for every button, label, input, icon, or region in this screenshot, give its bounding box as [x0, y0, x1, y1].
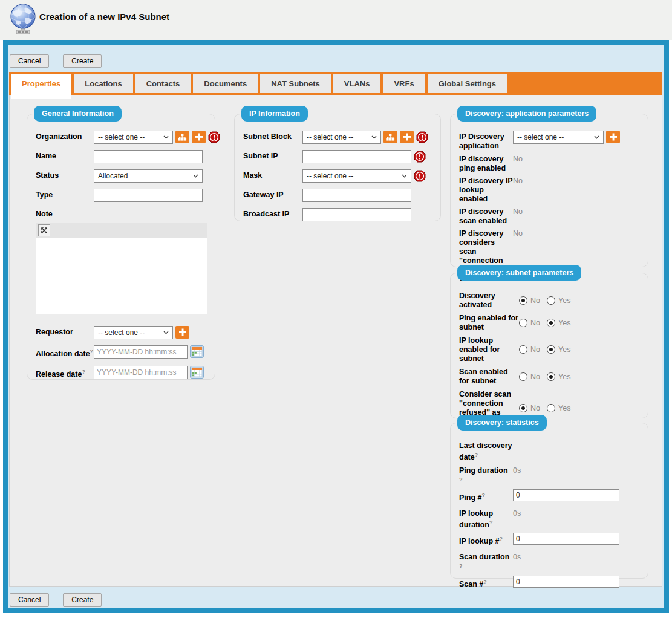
- field-scan-duration: Scan duration ? 0s: [459, 551, 642, 573]
- chevron-down-icon: [163, 331, 169, 334]
- create-button-bottom[interactable]: Create: [63, 593, 102, 607]
- plus-icon: [178, 328, 187, 336]
- section-discovery-statistics: Discovery: statistics Last discovery dat…: [450, 423, 648, 579]
- scan-enabled-radio-no[interactable]: [519, 372, 527, 381]
- add-requestor-button[interactable]: [175, 326, 189, 339]
- help-hint: ?: [499, 536, 503, 542]
- field-broadcast-ip: Broadcast IP: [243, 208, 434, 221]
- field-status: Status Allocated: [36, 169, 209, 183]
- discovery-activated-radio-yes[interactable]: [547, 296, 555, 305]
- status-label: Status: [36, 169, 94, 183]
- radio-no-label: No: [530, 404, 540, 412]
- lookup-enabled-radio-no[interactable]: [519, 345, 527, 354]
- add-subnet-block-button[interactable]: [400, 131, 414, 143]
- discovery-activated-label: Discovery activated: [459, 290, 519, 310]
- gateway-ip-label: Gateway IP: [243, 189, 302, 202]
- radio-no-label: No: [530, 296, 540, 305]
- gateway-ip-input[interactable]: [302, 189, 411, 202]
- tab-vlans[interactable]: VLANs: [333, 74, 381, 93]
- lookup-enabled-radio-yes[interactable]: [547, 345, 555, 354]
- status-select[interactable]: Allocated: [94, 169, 203, 183]
- field-subnet-block: Subnet Block -- select one --: [243, 131, 434, 144]
- ip-discovery-lookup-enabled-label: IP discovery IP lookup enabled: [459, 175, 513, 204]
- tab-global-settings[interactable]: Global Settings: [428, 74, 507, 93]
- radio-no-label: No: [530, 372, 540, 381]
- ip-discovery-application-select[interactable]: -- select one --: [513, 131, 604, 144]
- field-discovery-activated: Discovery activated No Yes: [459, 290, 642, 310]
- ip-discovery-application-label: IP Discovery application: [459, 131, 513, 151]
- section-discovery-subnet-parameters: Discovery: subnet parameters Discovery a…: [450, 273, 648, 418]
- note-expand-button[interactable]: [38, 224, 50, 236]
- lookup-enabled-subnet-label: IP lookup enabled for subnet: [459, 334, 519, 363]
- help-hint: ?: [489, 519, 493, 525]
- allocation-date-input[interactable]: [94, 345, 188, 359]
- radio-no-label: No: [530, 345, 540, 354]
- tab-documents[interactable]: Documents: [193, 74, 258, 93]
- ping-enabled-radio-no[interactable]: [519, 319, 527, 327]
- help-hint: ?: [90, 348, 94, 354]
- subnet-block-tree-button[interactable]: [383, 131, 397, 143]
- plus-icon: [195, 133, 203, 141]
- lookup-count-label: IP lookup #?: [459, 533, 513, 546]
- help-hint: ?: [82, 369, 85, 375]
- subnet-ip-input[interactable]: [302, 150, 411, 163]
- cancel-button[interactable]: Cancel: [10, 54, 49, 68]
- broadcast-ip-input[interactable]: [302, 208, 411, 221]
- tab-locations[interactable]: Locations: [74, 74, 132, 93]
- mask-select-value: -- select one --: [307, 172, 353, 180]
- organization-tree-button[interactable]: [175, 131, 189, 143]
- tab-properties[interactable]: Properties: [11, 74, 71, 99]
- consider-refused-radio-no[interactable]: [519, 404, 527, 412]
- type-label: Type: [36, 189, 94, 202]
- ping-enabled-subnet-radio-group: No Yes: [519, 312, 577, 332]
- release-date-input[interactable]: [94, 366, 188, 379]
- mask-label: Mask: [243, 169, 302, 183]
- add-discovery-application-button[interactable]: [606, 131, 620, 143]
- tab-content-properties: General Information Organization -- sele…: [9, 95, 662, 587]
- consider-refused-radio-yes[interactable]: [547, 404, 555, 412]
- allocation-date-label: Allocation date?: [36, 345, 94, 359]
- field-ip-discovery-ping-enabled: IP discovery ping enabled No: [459, 153, 642, 173]
- ping-count-input[interactable]: [513, 489, 619, 501]
- section-legend-ip-information: IP Information: [241, 106, 308, 122]
- tab-vrfs[interactable]: VRFs: [383, 74, 425, 93]
- note-textarea[interactable]: [36, 238, 207, 314]
- tab-contacts[interactable]: Contacts: [135, 74, 191, 93]
- ip-discovery-lookup-enabled-value: No: [513, 175, 523, 204]
- ip-discovery-ping-enabled-label: IP discovery ping enabled: [459, 153, 513, 173]
- chevron-down-icon: [594, 135, 599, 139]
- field-type: Type: [36, 189, 209, 202]
- field-organization: Organization -- select one --: [36, 131, 209, 144]
- bottom-toolbar: Cancel Create: [10, 593, 102, 607]
- requestor-select[interactable]: -- select one --: [94, 326, 173, 339]
- help-hint: ?: [459, 477, 463, 483]
- cancel-button-bottom[interactable]: Cancel: [10, 593, 49, 607]
- mask-select[interactable]: -- select one --: [302, 169, 411, 183]
- note-label: Note: [36, 208, 94, 219]
- chevron-down-icon: [193, 174, 198, 178]
- scan-count-label: Scan #?: [459, 576, 513, 589]
- release-date-calendar-button[interactable]: [190, 366, 204, 379]
- subnet-block-select[interactable]: -- select one --: [302, 131, 381, 144]
- name-input[interactable]: [94, 150, 203, 163]
- type-input[interactable]: [94, 189, 203, 202]
- subnet-block-label: Subnet Block: [243, 131, 302, 144]
- last-discovery-date-label: Last discovery date?: [459, 440, 513, 462]
- radio-yes-label: Yes: [558, 404, 570, 412]
- section-discovery-application-parameters: Discovery: application parameters IP Dis…: [450, 114, 648, 267]
- required-alert-icon: [414, 170, 426, 182]
- ping-enabled-radio-yes[interactable]: [547, 319, 555, 327]
- create-button[interactable]: Create: [63, 54, 102, 68]
- section-legend-general-information: General Information: [34, 106, 122, 122]
- add-organization-button[interactable]: [192, 131, 206, 143]
- organization-select[interactable]: -- select one --: [94, 131, 173, 144]
- scan-count-input[interactable]: [513, 576, 619, 588]
- sitemap-icon: [178, 134, 187, 141]
- lookup-count-input[interactable]: [513, 533, 619, 545]
- allocation-date-calendar-button[interactable]: [190, 345, 204, 358]
- subnet-ip-label: Subnet IP: [243, 150, 302, 163]
- tab-nat-subnets[interactable]: NAT Subnets: [260, 74, 331, 93]
- discovery-activated-radio-no[interactable]: [519, 296, 527, 305]
- chevron-down-icon: [402, 174, 407, 178]
- scan-enabled-radio-yes[interactable]: [547, 372, 555, 381]
